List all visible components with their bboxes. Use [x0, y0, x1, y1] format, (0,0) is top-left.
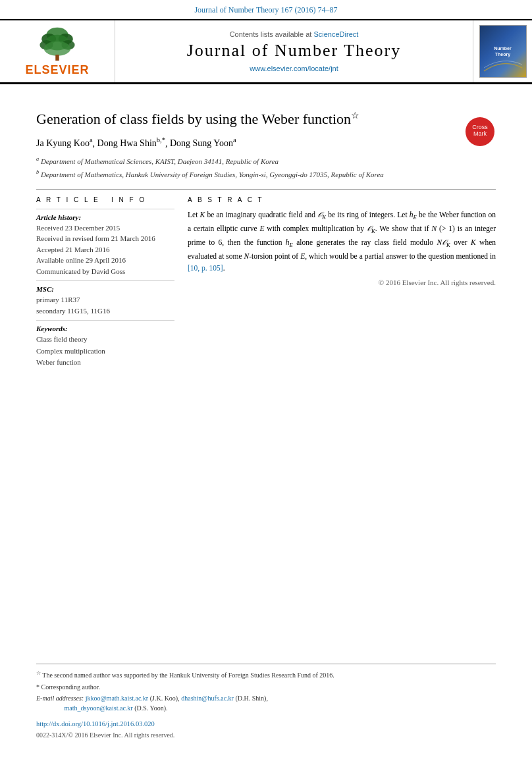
two-column-section: A R T I C L E I N F O Article history: R…: [36, 196, 496, 369]
article-history: Received 23 December 2015 Received in re…: [36, 223, 174, 277]
page: Journal of Number Theory 167 (2016) 74–8…: [0, 0, 532, 765]
abstract-column: A B S T R A C T Let K be an imaginary qu…: [188, 196, 496, 369]
section-divider: [36, 189, 496, 190]
svg-text:Cross: Cross: [472, 124, 488, 130]
journal-citation-text: Journal of Number Theory 167 (2016) 74–8…: [194, 5, 337, 14]
author-shin: Dong Hwa Shinb,*: [97, 138, 165, 148]
keywords-list: Class field theory Complex multiplicatio…: [36, 334, 174, 369]
footnote-star-text: ☆ The second named author was supported …: [36, 670, 496, 680]
abstract-citation-link[interactable]: [10, p. 105]: [188, 264, 223, 272]
svg-text:Mark: Mark: [473, 130, 487, 137]
info-divider-keywords: [36, 320, 174, 321]
sciencedirect-line: Contents lists available at ScienceDirec…: [230, 30, 359, 38]
msc-title: MSC:: [36, 285, 174, 293]
article-info-header: A R T I C L E I N F O: [36, 196, 174, 203]
author-koo: Ja Kyung Kooa: [36, 138, 93, 148]
elsevier-logo: ELSEVIER: [25, 26, 89, 77]
footer-area: ☆ The second named author was supported …: [36, 664, 496, 739]
affiliation-b: b Department of Mathematics, Hankuk Univ…: [36, 169, 496, 180]
cover-decoration-icon: [481, 55, 525, 74]
email-shin[interactable]: dhashin@hufs.ac.kr: [181, 695, 234, 702]
elsevier-wordmark: ELSEVIER: [25, 63, 89, 77]
abstract-copyright: © 2016 Elsevier Inc. All rights reserved…: [188, 278, 496, 286]
sciencedirect-link[interactable]: ScienceDirect: [313, 30, 358, 38]
affiliation-a: a Department of Mathematical Sciences, K…: [36, 155, 496, 167]
main-content: Cross Mark Generation of class fields by…: [0, 84, 532, 382]
abstract-header: A B S T R A C T: [188, 196, 496, 203]
abstract-text: Let K be an imaginary quadratic field an…: [188, 209, 496, 275]
journal-cover-image: NumberTheory: [479, 25, 527, 78]
crossmark-icon: Cross Mark: [464, 116, 496, 147]
doi-area: http://dx.doi.org/10.1016/j.jnt.2016.03.…: [36, 717, 496, 729]
svg-point-6: [44, 41, 70, 56]
email-koo[interactable]: jkkoo@math.kaist.ac.kr: [86, 695, 149, 702]
affiliations: a Department of Mathematical Sciences, K…: [36, 155, 496, 179]
authors: Ja Kyung Kooa, Dong Hwa Shinb,*, Dong Su…: [36, 137, 496, 149]
doi-link[interactable]: http://dx.doi.org/10.1016/j.jnt.2016.03.…: [36, 720, 155, 727]
email-yoon[interactable]: math_dsyoon@kaist.ac.kr: [65, 704, 133, 712]
svg-rect-7: [55, 55, 59, 61]
journal-title-header: Journal of Number Theory: [187, 41, 402, 61]
footer-copyright: 0022-314X/© 2016 Elsevier Inc. All right…: [36, 731, 496, 739]
elsevier-tree-icon: [31, 26, 84, 62]
article-title: Generation of class fields by using the …: [36, 109, 405, 129]
article-history-title: Article history:: [36, 213, 174, 221]
journal-cover-area: NumberTheory: [473, 20, 532, 82]
journal-url[interactable]: www.elsevier.com/locate/jnt: [250, 65, 338, 72]
article-info-column: A R T I C L E I N F O Article history: R…: [36, 196, 174, 369]
title-footnote-star: ☆: [351, 111, 359, 120]
elsevier-logo-area: ELSEVIER: [0, 20, 115, 82]
email-addresses: E-mail addresses: jkkoo@math.kaist.ac.kr…: [36, 693, 496, 713]
footer-divider: [36, 664, 496, 664]
keywords-title: Keywords:: [36, 325, 174, 332]
journal-citation: Journal of Number Theory 167 (2016) 74–8…: [0, 0, 532, 20]
info-divider-top: [36, 209, 174, 209]
header-area: ELSEVIER Contents lists available at Sci…: [0, 20, 532, 84]
msc-values: primary 11R37 secondary 11G15, 11G16: [36, 294, 174, 316]
info-divider-msc: [36, 280, 174, 281]
header-center: Contents lists available at ScienceDirec…: [115, 20, 473, 82]
corresponding-author-note: * Corresponding author.: [36, 682, 496, 692]
author-yoon: Dong Sung Yoona: [170, 138, 236, 148]
